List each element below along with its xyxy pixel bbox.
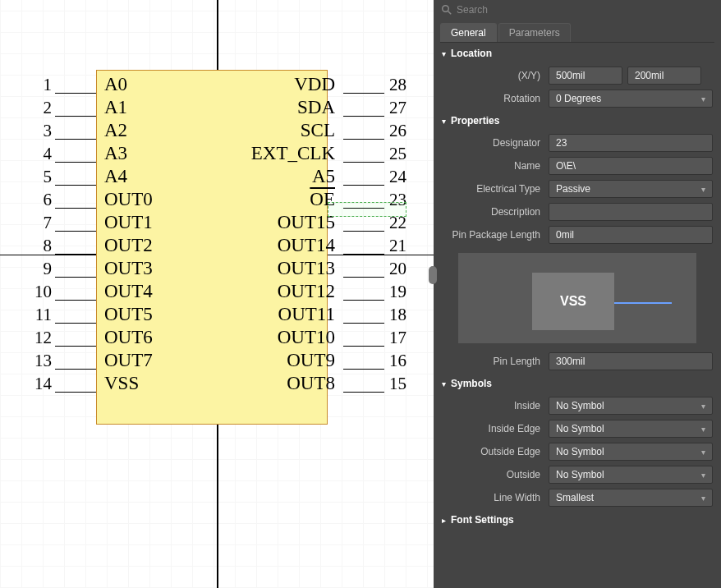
pin-line xyxy=(343,162,384,163)
svg-line-1 xyxy=(448,11,452,15)
pin-1[interactable]: 1A0 xyxy=(30,72,135,97)
pin-label: OUT5 xyxy=(96,304,161,325)
name-input[interactable]: O\E\ xyxy=(549,157,713,175)
pin-16[interactable]: 16OUT9 xyxy=(278,348,409,373)
pin-line xyxy=(343,185,384,186)
pin-18[interactable]: 18OUT11 xyxy=(270,302,409,327)
pin-28[interactable]: 28VDD xyxy=(286,72,409,97)
linewidth-select[interactable]: Smallest▾ xyxy=(549,489,713,507)
pin-14[interactable]: 14VSS xyxy=(30,371,147,396)
y-input[interactable]: 200mil xyxy=(627,67,701,85)
pin-number: 28 xyxy=(384,75,409,95)
name-label: Name xyxy=(434,160,549,172)
pin-17[interactable]: 17OUT10 xyxy=(269,325,409,350)
pin-line xyxy=(55,208,96,209)
inside-edge-select[interactable]: No Symbol▾ xyxy=(549,420,713,438)
section-symbols[interactable]: ▾Symbols xyxy=(434,373,721,394)
pin-line xyxy=(55,93,96,94)
caret-right-icon: ▸ xyxy=(442,516,446,525)
pin-label: OUT6 xyxy=(96,327,161,348)
search-input[interactable]: Search xyxy=(434,0,721,20)
caret-down-icon: ▾ xyxy=(442,117,446,126)
pin-label: OUT14 xyxy=(269,235,343,256)
pin-line xyxy=(55,254,96,255)
pin-line xyxy=(55,185,96,186)
section-location-label: Location xyxy=(451,48,492,59)
section-font-settings[interactable]: ▸Font Settings xyxy=(434,509,721,531)
pin-number: 10 xyxy=(30,282,55,302)
pin-label: OUT2 xyxy=(96,235,161,256)
pin-8[interactable]: 8OUT2 xyxy=(30,233,161,258)
pin-label: OUT9 xyxy=(278,350,343,371)
chevron-down-icon: ▾ xyxy=(701,402,705,411)
pin-27[interactable]: 27SDA xyxy=(289,95,409,120)
pin-25[interactable]: 25EXT_CLK xyxy=(243,141,409,166)
pin-6[interactable]: 6OUT0 xyxy=(30,187,161,212)
pin-label: OUT12 xyxy=(269,281,343,302)
pin-7[interactable]: 7OUT1 xyxy=(30,210,161,235)
pin-number: 17 xyxy=(384,328,409,348)
pin-number: 11 xyxy=(30,305,55,325)
pin-label: OUT1 xyxy=(96,212,161,233)
pin-number: 12 xyxy=(30,328,55,348)
pin-3[interactable]: 3A2 xyxy=(30,118,135,143)
pinlen-input[interactable]: 300mil xyxy=(549,352,713,370)
pin-number: 8 xyxy=(30,236,55,256)
pin-10[interactable]: 10OUT4 xyxy=(30,279,161,304)
pin-label: VDD xyxy=(286,74,343,95)
pin-11[interactable]: 11OUT5 xyxy=(30,302,161,327)
ppl-input[interactable]: 0mil xyxy=(549,226,713,244)
pin-19[interactable]: 19OUT12 xyxy=(269,279,409,304)
pin-9[interactable]: 9OUT3 xyxy=(30,256,161,281)
pin-4[interactable]: 4A3 xyxy=(30,141,135,166)
inside-select[interactable]: No Symbol▾ xyxy=(549,397,713,415)
name-value: O\E\ xyxy=(556,160,576,172)
rotation-select[interactable]: 0 Degrees▾ xyxy=(549,90,713,108)
pin-number: 21 xyxy=(384,236,409,256)
pin-number: 7 xyxy=(30,213,55,233)
x-input[interactable]: 500mil xyxy=(549,67,622,85)
pin-5[interactable]: 5A4 xyxy=(30,164,135,189)
chevron-down-icon: ▾ xyxy=(701,425,705,434)
pin-label: OUT11 xyxy=(270,304,343,325)
pin-2[interactable]: 2A1 xyxy=(30,95,135,120)
pin-line xyxy=(343,323,384,324)
pin-15[interactable]: 15OUT8 xyxy=(278,371,409,396)
pin-line xyxy=(343,346,384,347)
pin-line xyxy=(55,323,96,324)
pin-line xyxy=(55,392,96,393)
section-properties[interactable]: ▾Properties xyxy=(434,110,721,131)
pin-21[interactable]: 21OUT14 xyxy=(269,233,409,258)
pin-12[interactable]: 12OUT6 xyxy=(30,325,161,350)
scroll-handle[interactable] xyxy=(429,266,437,284)
pin-label: VSS xyxy=(96,373,147,394)
outside-select[interactable]: No Symbol▾ xyxy=(549,466,713,484)
pin-number: 9 xyxy=(30,259,55,279)
description-input[interactable] xyxy=(549,203,713,221)
inside-value: No Symbol xyxy=(556,400,604,411)
pin-number: 27 xyxy=(384,98,409,118)
section-properties-label: Properties xyxy=(451,115,499,126)
pin-line xyxy=(55,300,96,301)
section-location[interactable]: ▾Location xyxy=(434,43,721,64)
pin-number: 15 xyxy=(384,374,409,394)
pin-label: OUT13 xyxy=(269,258,343,279)
schematic-canvas[interactable]: 1A02A13A24A35A46OUT07OUT18OUT29OUT310OUT… xyxy=(0,0,434,588)
tab-parameters[interactable]: Parameters xyxy=(498,23,571,42)
ppl-value: 0mil xyxy=(556,229,574,241)
pin-20[interactable]: 20OUT13 xyxy=(269,256,409,281)
pin-24[interactable]: 24A5 xyxy=(304,164,409,189)
pin-line xyxy=(343,93,384,94)
outside-edge-select[interactable]: No Symbol▾ xyxy=(549,443,713,461)
pin-13[interactable]: 13OUT7 xyxy=(30,348,161,373)
y-value: 200mil xyxy=(635,70,664,81)
pin-label: A1 xyxy=(96,97,135,118)
outside-value: No Symbol xyxy=(556,469,604,480)
designator-input[interactable]: 23 xyxy=(549,134,713,152)
pin-26[interactable]: 26SCL xyxy=(292,118,409,143)
tabs: General Parameters xyxy=(440,23,714,43)
outside-edge-value: No Symbol xyxy=(556,446,604,457)
designator-label: Designator xyxy=(434,137,549,149)
etype-select[interactable]: Passive▾ xyxy=(549,180,713,198)
tab-general[interactable]: General xyxy=(440,23,497,42)
